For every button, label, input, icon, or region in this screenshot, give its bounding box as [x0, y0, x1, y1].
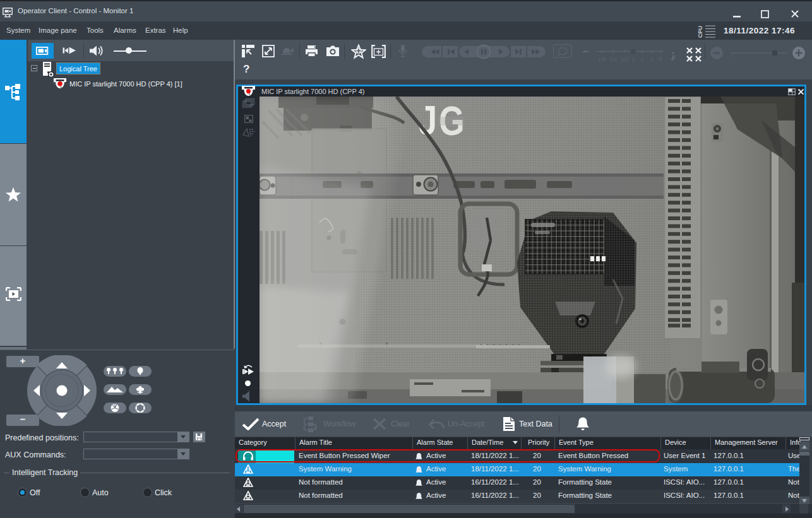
- svg-text:2: 2: [640, 56, 643, 62]
- svg-text:4: 4: [650, 56, 653, 62]
- svg-text:1/2: 1/2: [620, 56, 628, 62]
- svg-text:1/8: 1/8: [597, 56, 606, 62]
- svg-text:1/4: 1/4: [609, 56, 617, 62]
- svg-text:8: 8: [659, 56, 662, 62]
- svg-text:CPU: CPU: [697, 26, 703, 38]
- svg-text:1: 1: [631, 56, 635, 62]
